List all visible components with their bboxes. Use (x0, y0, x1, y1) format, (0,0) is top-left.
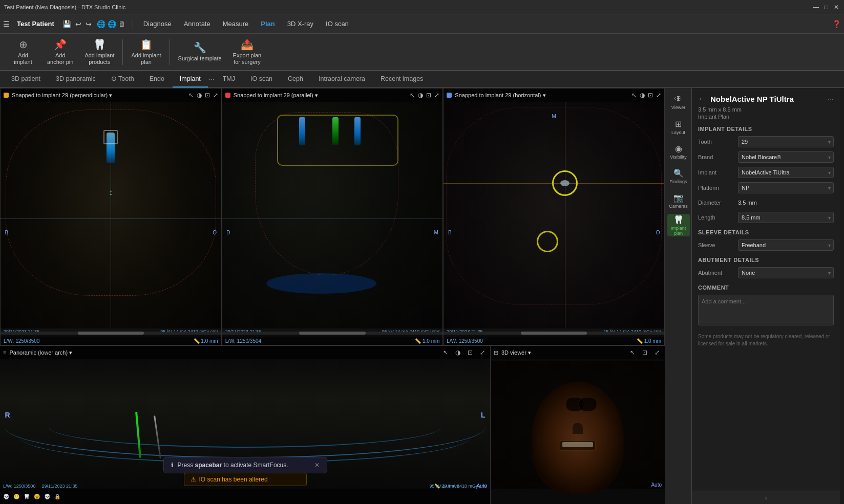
redo-icon[interactable]: ↪ (86, 20, 92, 28)
add-implant-plan-button[interactable]: 📋 Add implantplan (126, 36, 166, 69)
cursor-pano-icon[interactable]: ↖ (443, 349, 448, 356)
menu-plan[interactable]: Plan (256, 18, 280, 30)
notification-close[interactable]: ✕ (314, 462, 320, 469)
parallel-lw: L/W: 1250/3504 (225, 338, 261, 344)
skull-icon-2[interactable]: 😵 (34, 494, 40, 499)
expand-3d-icon[interactable]: ⤢ (655, 349, 660, 356)
tab-io-scan[interactable]: IO scan (243, 71, 280, 87)
side-cameras-btn[interactable]: 📷 Cameras (667, 189, 690, 212)
cursor-icon[interactable]: ↖ (188, 92, 194, 99)
skull-icon-1[interactable]: 💀 (3, 494, 9, 499)
fit-3d-icon[interactable]: ⊡ (642, 349, 647, 356)
expand-icon-h[interactable]: ⤢ (656, 92, 661, 99)
contrast-icon-h[interactable]: ◑ (640, 92, 645, 99)
viewer-panoramic[interactable]: ≡ Panoramic (lower arch) ▾ ↖ ◑ ⊡ ⤢ (0, 346, 491, 504)
findings-side-label: Findings (669, 179, 687, 184)
tab-implant[interactable]: Implant (173, 71, 208, 87)
teeth-icon-1[interactable]: 😬 (13, 494, 19, 499)
save-icon[interactable]: 💾 (62, 20, 71, 28)
viewer-perpendicular[interactable]: B O ↕ Snapped to implant 29 (perpendicul… (0, 88, 222, 345)
side-findings-btn[interactable]: 🔍 Findings (667, 165, 690, 187)
brand-label: Brand (698, 154, 734, 160)
help-icon[interactable]: ❓ (832, 20, 841, 28)
implant-select[interactable]: NobelActive TiUltra (738, 167, 834, 178)
panel-expand-button[interactable]: › (692, 491, 840, 504)
implant-plan-side-icon: 🦷 (673, 215, 684, 225)
brand-select[interactable]: Nobel Biocare® (738, 151, 834, 163)
side-viewer-btn[interactable]: 👁 Viewer (667, 91, 690, 114)
contrast-pano-icon[interactable]: ◑ (455, 349, 460, 356)
export-plan-button[interactable]: 📤 Export planfor surgery (228, 36, 267, 69)
tooth-icon[interactable]: 🦷 (24, 494, 30, 499)
tab-tooth[interactable]: ⊙ Tooth (104, 71, 141, 87)
contrast-icon[interactable]: ◑ (197, 92, 202, 99)
viewer-parallel[interactable]: D M Snapped to implant 29 (parallel) ▾ ↖… (222, 88, 444, 345)
length-select[interactable]: 8.5 mm (738, 212, 834, 223)
add-implant-products-button[interactable]: 🦷 Add implantproducts (79, 36, 119, 69)
platform-select[interactable]: NP (738, 182, 834, 193)
parallel-tech: 📏 1.0 mm (415, 338, 439, 344)
panel-more-button[interactable]: ··· (828, 95, 834, 103)
add-anchor-pin-button[interactable]: 📌 Addanchor pin (42, 36, 78, 69)
side-layout-btn[interactable]: ⊞ Layout (667, 116, 690, 138)
monitor-icon[interactable]: 🖥 (118, 20, 125, 28)
parallel-scrollbar[interactable] (222, 332, 443, 335)
expand-icon[interactable]: ⤢ (213, 92, 218, 99)
side-visibility-btn[interactable]: ◉ Visibility (667, 140, 690, 163)
menu-annotate[interactable]: Annotate (179, 18, 216, 30)
cursor-3d-icon[interactable]: ↖ (630, 349, 635, 356)
horiz-scrollbar[interactable] (444, 332, 664, 335)
tooth-select[interactable]: 29 (738, 136, 834, 147)
horiz-header-icons: ↖ ◑ ⊡ ⤢ (631, 92, 661, 99)
abutment-select[interactable]: None (738, 267, 834, 278)
menu-3dx[interactable]: 3D X-ray (282, 18, 319, 30)
panel-content: ← NobelActive NP TiUltra ··· 3.5 mm x 8.… (692, 88, 840, 491)
implant-details-title: IMPLANT DETAILS (698, 126, 834, 132)
add-implant-button[interactable]: ⊕ Addimplant (5, 36, 41, 69)
close-button[interactable]: ✕ (833, 4, 840, 11)
tab-3d-panoramic[interactable]: 3D panoramic (49, 71, 103, 87)
cameras-side-label: Cameras (669, 204, 688, 209)
fit-icon-p[interactable]: ⊡ (426, 92, 431, 99)
viewer-horizontal[interactable]: M B O Snapped to implant 29 (horizontal)… (443, 88, 665, 345)
fit-icon-h[interactable]: ⊡ (648, 92, 653, 99)
contrast-icon-p[interactable]: ◑ (418, 92, 423, 99)
minimize-button[interactable]: — (812, 4, 819, 11)
tab-more-implant[interactable]: ··· (209, 71, 215, 87)
menu-diagnose[interactable]: Diagnose (138, 18, 177, 30)
horiz-footer: L/W: 1250/3500 📏 1.0 mm (444, 337, 664, 345)
tab-recent[interactable]: Recent images (373, 71, 430, 87)
lock-icon[interactable]: 🔒 (54, 494, 60, 499)
skull-icon-3[interactable]: 💀 (44, 494, 50, 499)
surgical-template-button[interactable]: 🔧 Surgical template (173, 36, 227, 69)
perp-scrollbar[interactable] (1, 332, 221, 335)
menu-separator (133, 18, 133, 30)
tab-tmj[interactable]: TMJ (216, 71, 242, 87)
toolbar-sep-2 (170, 39, 170, 65)
fit-icon[interactable]: ⊡ (205, 92, 210, 99)
maximize-button[interactable]: □ (822, 4, 830, 11)
undo-icon[interactable]: ↩ (75, 20, 81, 28)
comment-textarea[interactable] (698, 295, 834, 325)
panel-back-button[interactable]: ← (698, 94, 706, 103)
tab-intraoral[interactable]: Intraoral camera (311, 71, 372, 87)
expand-icon-p[interactable]: ⤢ (434, 92, 439, 99)
cursor-icon-p[interactable]: ↖ (410, 92, 415, 99)
menu-measure[interactable]: Measure (218, 18, 254, 30)
globe-icon-1[interactable]: 🌐 (97, 20, 106, 28)
perp-header-icons: ↖ ◑ ⊡ ⤢ (188, 92, 218, 99)
tab-ceph[interactable]: Ceph (281, 71, 310, 87)
cursor-icon-h[interactable]: ↖ (631, 92, 637, 99)
side-implant-plan-btn[interactable]: 🦷 Implantplan (667, 214, 690, 236)
menu-ioscan[interactable]: IO scan (321, 18, 354, 30)
tab-3d-patient[interactable]: 3D patient (4, 71, 48, 87)
fit-pano-icon[interactable]: ⊡ (468, 349, 473, 356)
hamburger-icon[interactable]: ☰ (3, 20, 10, 28)
comment-section: Comment (698, 284, 834, 327)
tab-endo[interactable]: Endo (142, 71, 172, 87)
expand-pano-icon[interactable]: ⤢ (480, 349, 485, 356)
viewer-3d[interactable]: ⊞ 3D viewer ▾ ↖ ⊡ ⤢ (491, 346, 665, 504)
globe-icon-2[interactable]: 🌐 (108, 20, 116, 28)
anchor-pin-label: Addanchor pin (47, 52, 73, 65)
sleeve-select[interactable]: Freehand (738, 239, 834, 251)
